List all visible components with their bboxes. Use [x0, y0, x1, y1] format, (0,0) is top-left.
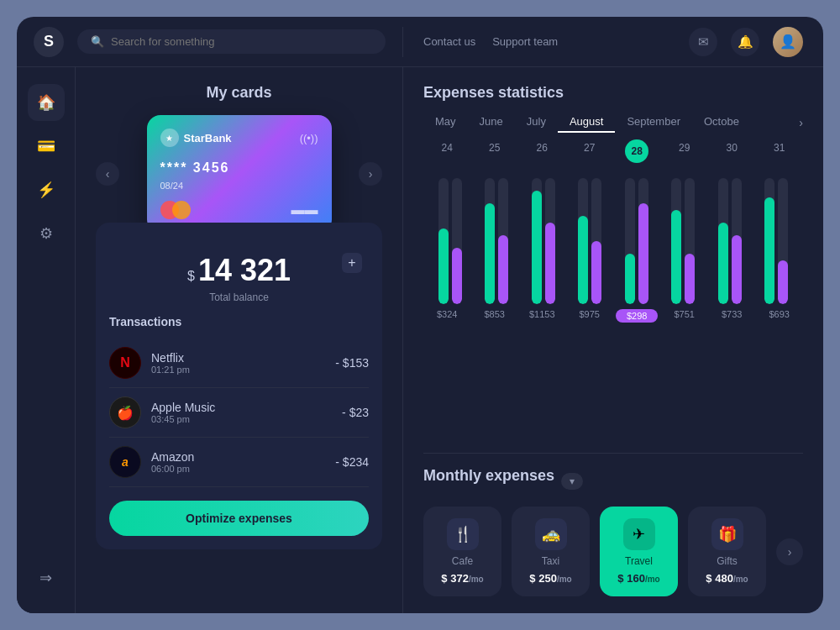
month-tab-july[interactable]: July: [515, 112, 558, 133]
card-bank-name: StarBank: [184, 132, 232, 144]
transaction-item-apple: 🍎 Apple Music 03:45 pm - $23: [109, 388, 369, 438]
transaction-info-amazon: Amazon 06:00 pm: [151, 450, 325, 474]
bar-purple-6: [685, 178, 695, 304]
main-content: 🏠 💳 ⚡ ⚙ ⇒ My cards ‹ ★ StarBank ((•)) **…: [17, 67, 823, 613]
expense-card-cafe[interactable]: 🍴 Cafe $ 372/mo: [423, 507, 501, 596]
bar-teal-7: [718, 178, 728, 304]
bar-teal-2: [485, 178, 495, 304]
amount-4: $975: [569, 309, 611, 323]
sidebar-item-transactions[interactable]: ⚡: [28, 171, 65, 208]
balance-section: $ 14 321 + Total balance Transactions N …: [96, 223, 382, 549]
card-wifi-icon: ((•)): [300, 132, 318, 144]
sidebar-item-home[interactable]: 🏠: [28, 84, 65, 121]
month-next-btn[interactable]: ›: [799, 116, 803, 129]
amount-2: $853: [474, 309, 516, 323]
app-logo: S: [34, 27, 64, 57]
month-tab-august[interactable]: August: [558, 112, 615, 133]
cafe-icon: 🍴: [447, 518, 479, 550]
sidebar-item-logout[interactable]: ⇒: [28, 559, 65, 596]
optimize-expenses-btn[interactable]: Optimize expenses: [109, 501, 369, 536]
header-icons: ✉ 🔔 👤: [689, 27, 803, 57]
search-input[interactable]: [111, 35, 372, 48]
amount-6: $751: [664, 309, 706, 323]
bar-group-4: [569, 178, 611, 304]
monthly-dropdown[interactable]: ▾: [561, 473, 583, 490]
bar-teal-6: [671, 178, 681, 304]
amount-7: $733: [711, 309, 753, 323]
dual-bar-3: [532, 178, 555, 304]
add-balance-btn[interactable]: +: [342, 253, 362, 273]
bar-purple-3: [545, 178, 555, 304]
month-tab-may[interactable]: May: [423, 112, 468, 133]
netflix-icon: N: [109, 347, 141, 379]
bar-group-1: [429, 178, 471, 304]
mc-orange-circle: [172, 201, 191, 219]
date-24: 24: [426, 139, 468, 163]
carousel-prev-btn[interactable]: ‹: [96, 162, 119, 186]
expense-card-gifts[interactable]: 🎁 Gifts $ 480/mo: [688, 507, 766, 596]
month-tab-october[interactable]: Octobe: [692, 112, 751, 133]
sidebar-item-cards[interactable]: 💳: [28, 128, 65, 165]
month-tab-september[interactable]: September: [615, 112, 692, 133]
my-cards-title: My cards: [96, 84, 382, 102]
sidebar-item-settings[interactable]: ⚙: [28, 215, 65, 252]
monthly-expenses-section: Monthly expenses ▾ 🍴 Cafe $ 372/mo 🚕: [423, 454, 803, 596]
cafe-label: Cafe: [452, 555, 473, 567]
monthly-expenses-title: Monthly expenses: [423, 467, 554, 485]
dual-bar-2: [485, 178, 508, 304]
contact-us-link[interactable]: Contact us: [423, 35, 475, 48]
avatar[interactable]: 👤: [773, 27, 803, 57]
chart-amounts-row: $324 $853 $1153 $975 $298 $751 $733 $693: [423, 309, 803, 323]
balance-dollar-sign: $: [187, 269, 195, 284]
dual-bar-5: [625, 178, 648, 304]
bar-teal-1: [438, 178, 449, 304]
netflix-amount: - $153: [335, 356, 369, 370]
travel-icon: ✈: [623, 518, 655, 550]
header-right: Contact us Support team ✉ 🔔 👤: [403, 27, 823, 57]
bar-purple-4: [591, 178, 601, 304]
avatar-image: 👤: [773, 27, 803, 57]
balance-amount: 14 321: [198, 253, 291, 288]
transaction-item-amazon: a Amazon 06:00 pm - $234: [109, 438, 369, 487]
bar-group-5-active: [616, 178, 658, 304]
month-tab-june[interactable]: June: [468, 112, 515, 133]
app-container: S 🔍 Contact us Support team ✉ 🔔 👤 🏠: [17, 17, 823, 613]
apple-time: 03:45 pm: [151, 414, 332, 424]
bell-icon-btn[interactable]: 🔔: [731, 28, 759, 56]
bar-purple-5: [638, 178, 648, 304]
date-30: 30: [711, 139, 753, 163]
taxi-label: Taxi: [542, 555, 559, 567]
amount-1: $324: [426, 309, 468, 323]
card-logo: ★: [160, 129, 179, 147]
dual-bar-6: [671, 178, 695, 304]
transaction-info-netflix: Netflix 01:21 pm: [151, 351, 325, 375]
expense-card-travel[interactable]: ✈ Travel $ 160/mo: [600, 507, 678, 596]
expense-next-btn[interactable]: ›: [776, 538, 803, 565]
transaction-item-netflix: N Netflix 01:21 pm - $153: [109, 339, 369, 388]
chart-bars-container: [423, 170, 803, 304]
date-28-active[interactable]: 28: [616, 139, 658, 163]
dropdown-arrow: ▾: [570, 475, 575, 487]
date-27: 27: [569, 139, 611, 163]
sidebar: 🏠 💳 ⚡ ⚙ ⇒: [17, 67, 76, 613]
amount-5-highlight: $298: [616, 309, 658, 323]
dual-bar-7: [718, 178, 742, 304]
card-bank-row: ★ StarBank ((•)): [160, 129, 318, 147]
expense-card-taxi[interactable]: 🚕 Taxi $ 250/mo: [512, 507, 590, 596]
bar-purple-7: [732, 178, 742, 304]
header-nav: Contact us Support team: [423, 35, 558, 48]
support-team-link[interactable]: Support team: [492, 35, 558, 48]
transaction-info-apple: Apple Music 03:45 pm: [151, 401, 332, 424]
card-bottom: ▬▬: [160, 201, 318, 219]
taxi-amount: $ 250/mo: [529, 572, 571, 585]
header-left: S 🔍: [17, 27, 403, 57]
gifts-label: Gifts: [717, 555, 738, 567]
bar-group-8: [755, 178, 797, 304]
bar-group-3: [522, 178, 564, 304]
apple-name: Apple Music: [151, 401, 332, 414]
carousel-next-btn[interactable]: ›: [359, 162, 382, 186]
mail-icon-btn[interactable]: ✉: [689, 28, 717, 56]
bar-teal-8: [764, 178, 774, 304]
travel-label: Travel: [625, 555, 653, 567]
apple-music-icon: 🍎: [109, 396, 141, 428]
